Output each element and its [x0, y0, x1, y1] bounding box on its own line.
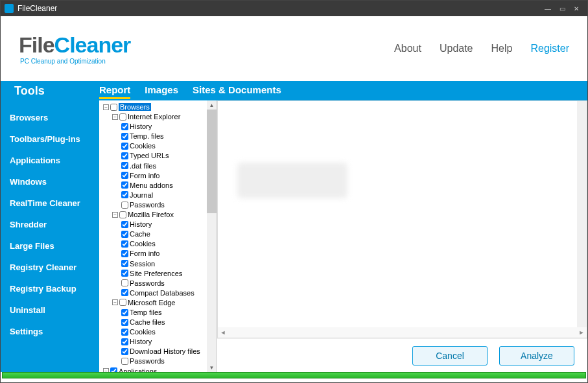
- expand-icon[interactable]: −: [112, 114, 118, 120]
- tree-leaf[interactable]: Cookies: [130, 328, 156, 336]
- tree-leaf[interactable]: Passwords: [130, 279, 165, 287]
- checkbox[interactable]: [110, 104, 117, 111]
- tree-leaf[interactable]: .dat files: [130, 162, 156, 170]
- checkbox[interactable]: [121, 260, 128, 267]
- checkbox[interactable]: [121, 309, 128, 316]
- checkbox[interactable]: [121, 143, 128, 150]
- tree-leaf[interactable]: Form info: [130, 172, 159, 180]
- expand-icon[interactable]: −: [112, 299, 118, 305]
- scroll-down-icon[interactable]: ▼: [207, 363, 217, 372]
- checkbox[interactable]: [121, 172, 128, 179]
- checkbox[interactable]: [121, 348, 128, 355]
- minimize-button[interactable]: —: [541, 3, 555, 14]
- checkbox[interactable]: [121, 133, 128, 140]
- tree-leaf[interactable]: Cookies: [130, 240, 156, 248]
- checkbox[interactable]: [121, 181, 128, 189]
- close-button[interactable]: ✕: [569, 3, 583, 14]
- tree-node-edge[interactable]: Microsoft Edge: [128, 299, 175, 307]
- checkbox[interactable]: [121, 123, 128, 130]
- tree-leaf[interactable]: Cache: [130, 230, 150, 238]
- checkbox[interactable]: [121, 162, 128, 169]
- tree-leaf[interactable]: Temp files: [130, 308, 162, 316]
- sidebar-item-applications[interactable]: Applications: [1, 150, 99, 171]
- scroll-thumb[interactable]: [207, 110, 217, 213]
- tree[interactable]: −Browsers −Internet Explorer HistoryTemp…: [99, 100, 217, 372]
- checkbox[interactable]: [121, 329, 128, 336]
- expand-icon[interactable]: −: [112, 212, 118, 218]
- tree-leaf[interactable]: Download History files: [130, 347, 200, 355]
- sidebar-item-registry-cleaner[interactable]: Registry Cleaner: [1, 257, 99, 278]
- app-icon: [5, 4, 14, 13]
- sidebar-item-windows[interactable]: Windows: [1, 171, 99, 192]
- tab-sites-documents[interactable]: Sites & Documents: [193, 84, 281, 98]
- tab-report[interactable]: Report: [99, 84, 130, 98]
- sidebar-item-toolbars[interactable]: Toolbars/Plug-ins: [1, 128, 99, 150]
- report-content: ◄ ►: [217, 100, 587, 338]
- content-placeholder: [237, 163, 347, 198]
- checkbox[interactable]: [119, 113, 126, 121]
- cancel-button[interactable]: Cancel: [412, 346, 488, 366]
- checkbox[interactable]: [110, 367, 117, 372]
- nav-update[interactable]: Update: [440, 43, 473, 54]
- logo-subtitle: PC Cleanup and Optimization: [20, 58, 130, 65]
- checkbox[interactable]: [121, 202, 128, 209]
- tree-leaf[interactable]: History: [130, 338, 152, 345]
- sidebar-item-shredder[interactable]: Shredder: [1, 214, 99, 235]
- checkbox[interactable]: [121, 279, 128, 286]
- checkbox[interactable]: [121, 191, 128, 198]
- analyze-button[interactable]: Analyze: [499, 346, 574, 366]
- tree-leaf[interactable]: Form info: [130, 250, 159, 258]
- tree-leaf[interactable]: Passwords: [130, 358, 165, 366]
- tree-node-firefox[interactable]: Mozilla Firefox: [128, 211, 174, 218]
- tree-leaf[interactable]: Menu addons: [130, 181, 173, 189]
- sidebar-item-realtime[interactable]: RealTime Cleaner: [1, 192, 99, 214]
- checkbox[interactable]: [121, 289, 128, 296]
- nav-help[interactable]: Help: [491, 43, 513, 54]
- checkbox[interactable]: [121, 338, 128, 345]
- tools-header: Tools: [14, 84, 99, 98]
- footer-actions: Cancel Analyze: [217, 338, 587, 372]
- tree-leaf[interactable]: Compact Databases: [130, 289, 194, 297]
- tree-leaf[interactable]: Passwords: [130, 201, 165, 209]
- checkbox[interactable]: [121, 250, 128, 257]
- tree-leaf[interactable]: History: [130, 220, 152, 228]
- tree-leaf[interactable]: Cache files: [130, 318, 165, 326]
- nav-register[interactable]: Register: [530, 43, 569, 54]
- tree-leaf[interactable]: Journal: [130, 191, 153, 199]
- main-vscrollbar[interactable]: [577, 101, 587, 327]
- sidebar-item-uninstall[interactable]: Uninstall: [1, 299, 99, 321]
- maximize-button[interactable]: ▭: [555, 3, 569, 14]
- checkbox[interactable]: [121, 231, 128, 238]
- checkbox[interactable]: [121, 221, 128, 228]
- checkbox[interactable]: [121, 152, 128, 159]
- tree-node-browsers[interactable]: Browsers: [119, 103, 151, 111]
- expand-icon[interactable]: −: [103, 368, 109, 372]
- sidebar-item-browsers[interactable]: Browsers: [1, 107, 99, 128]
- checkbox[interactable]: [119, 299, 126, 306]
- sidebar-item-registry-backup[interactable]: Registry Backup: [1, 278, 99, 299]
- tree-leaf[interactable]: Site Preferences: [130, 270, 182, 277]
- sidebar-item-largefiles[interactable]: Large Files: [1, 235, 99, 257]
- tree-leaf[interactable]: Cookies: [130, 142, 156, 150]
- sidebar: Browsers Toolbars/Plug-ins Applications …: [1, 100, 99, 372]
- checkbox[interactable]: [121, 270, 128, 277]
- checkbox[interactable]: [119, 211, 126, 218]
- tree-leaf[interactable]: History: [130, 122, 152, 130]
- tree-node-ie[interactable]: Internet Explorer: [128, 113, 180, 121]
- tree-node-applications[interactable]: Applications: [119, 367, 157, 372]
- checkbox[interactable]: [121, 240, 128, 248]
- scroll-right-icon[interactable]: ►: [576, 329, 587, 336]
- tree-leaf[interactable]: Temp. files: [130, 132, 164, 140]
- nav-about[interactable]: About: [394, 43, 421, 54]
- tab-images[interactable]: Images: [145, 84, 178, 98]
- expand-icon[interactable]: −: [103, 104, 109, 110]
- titlebar[interactable]: FileCleaner — ▭ ✕: [1, 1, 587, 16]
- tree-leaf[interactable]: Typed URLs: [130, 152, 169, 160]
- sidebar-item-settings[interactable]: Settings: [1, 321, 99, 342]
- tree-leaf[interactable]: Session: [130, 260, 155, 268]
- scroll-up-icon[interactable]: ▲: [207, 100, 217, 110]
- main-hscrollbar[interactable]: ◄ ►: [218, 327, 587, 338]
- checkbox[interactable]: [121, 358, 128, 365]
- scroll-left-icon[interactable]: ◄: [218, 329, 228, 336]
- checkbox[interactable]: [121, 319, 128, 326]
